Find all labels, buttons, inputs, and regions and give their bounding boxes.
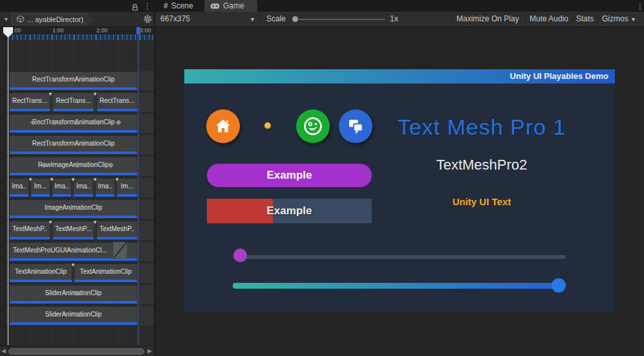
clip-marker-icon: ▼: [92, 219, 98, 225]
clip-marker-icon: ▼: [70, 177, 76, 183]
scroll-right-icon[interactable]: ▶: [147, 348, 152, 354]
tab-game[interactable]: Game: [204, 0, 257, 12]
unity-editor: ⋮ ▾ ... ayableDirector) # Scene Game ⋮ 6…: [0, 0, 644, 356]
timeline-clip[interactable]: Im...: [116, 178, 138, 197]
track-row[interactable]: ImageAnimationClip: [6, 199, 154, 219]
keyframe-icon: ◆: [108, 161, 113, 169]
example-button-mixed[interactable]: Example: [207, 199, 372, 223]
breadcrumb[interactable]: ... ayableDirector): [12, 14, 93, 25]
timeline-clip[interactable]: Ima..: [73, 178, 94, 197]
keyframe-icon: ◆: [30, 118, 36, 126]
timeline-clip[interactable]: TextAnimationClip: [74, 263, 138, 283]
track-row[interactable]: RectTransformAnimationClip ◆ ◆ ◆ ◆ ◆: [6, 114, 154, 133]
timeline-clip[interactable]: Ima..: [9, 178, 29, 197]
timeline-clip[interactable]: Ima..: [95, 178, 115, 197]
clip-marker-icon: ▼: [48, 91, 53, 97]
stats-button[interactable]: Stats: [576, 12, 594, 27]
mute-audio-button[interactable]: Mute Audio: [530, 12, 568, 27]
divider: [572, 13, 573, 26]
timeline-clip[interactable]: TextAnimationClip: [9, 263, 72, 283]
tab-scene[interactable]: # Scene: [158, 0, 199, 12]
example-button-mixed-label: Example: [207, 199, 372, 223]
keyframe-icon: ◆: [96, 118, 101, 126]
game-menu-icon[interactable]: ⋮: [636, 1, 644, 12]
clip-marker-icon: ▼: [114, 177, 120, 183]
track-row[interactable]: SliderAnimationClip ◆: [6, 285, 154, 304]
resolution-caret-icon[interactable]: ▾: [251, 12, 254, 27]
divider: [525, 13, 526, 26]
ruler-tick-label: 1:00: [52, 27, 64, 34]
scene-grid-icon: #: [164, 0, 168, 12]
shrunken-icon-dot[interactable]: [264, 122, 271, 129]
chevron-down-icon[interactable]: ▾: [5, 16, 8, 23]
timeline-clip[interactable]: RectTrans...: [52, 93, 94, 112]
scroll-left-icon[interactable]: ◀: [1, 348, 6, 354]
demo-banner: Unity UI Playables Demo: [184, 69, 615, 83]
game-viewport: Unity UI Playables Demo: [155, 27, 644, 356]
track-row[interactable]: TextAnimationClip TextAnimationClip ▼: [6, 263, 154, 283]
timeline-clip[interactable]: RawImageAnimationClip: [9, 157, 138, 176]
ruler-tick-strip: [8, 34, 154, 40]
track-row[interactable]: TextMeshProUGUIAnimationCl...: [6, 242, 154, 261]
keyframe-icon: ◆: [74, 118, 79, 126]
keyframe-icon: ◆: [41, 161, 47, 169]
slider1-track[interactable]: [233, 255, 566, 259]
playhead-line: [8, 36, 8, 345]
cube-icon: [16, 15, 25, 23]
divider: [451, 13, 452, 26]
slider1-knob[interactable]: [233, 249, 247, 262]
clip-marker-icon: ▼: [92, 177, 98, 183]
timeline-scrollbar[interactable]: ◀ ▶: [0, 346, 154, 356]
track-row[interactable]: RawImageAnimationClip ◆ ◆ ◆: [6, 157, 154, 176]
timeline-clip[interactable]: SliderAnimationClip: [9, 306, 138, 326]
maximize-on-play-button[interactable]: Maximize On Play: [456, 12, 519, 27]
ruler-tick-label: 2:00: [96, 27, 108, 34]
divider: [260, 13, 261, 26]
resolution-dropdown[interactable]: 667x375: [160, 12, 190, 27]
gizmos-caret-icon[interactable]: ▾: [632, 12, 635, 27]
home-icon: [214, 117, 232, 135]
timeline-clip[interactable]: TextMeshP..: [96, 221, 138, 240]
track-row[interactable]: SliderAnimationClip: [6, 306, 154, 326]
timeline-header: ▾ ... ayableDirector): [0, 12, 154, 27]
clip-marker-icon: ▼: [92, 91, 98, 97]
track-row[interactable]: Ima.. Im... Ima.. Ima.. Ima.. Im... ▼ ▼ …: [6, 178, 154, 197]
tab-scene-label: Scene: [171, 0, 193, 12]
keyframe-icon: ◆: [74, 289, 79, 297]
smiley-button[interactable]: [296, 109, 330, 143]
timeline-clip[interactable]: RectTransformAnimationClip: [9, 71, 138, 91]
ruler-tick-label: 3:00: [140, 27, 151, 34]
timeline-clip[interactable]: ImageAnimationClip: [9, 199, 138, 219]
gamepad-icon: [210, 3, 220, 9]
slider2-knob[interactable]: [552, 278, 566, 293]
timeline-clip[interactable]: RectTransformAnimationClip: [9, 135, 138, 155]
timeline-end-marker[interactable]: [136, 27, 140, 34]
timeline-end-line: [138, 27, 138, 345]
timeline-clip[interactable]: TextMeshP..: [9, 221, 50, 240]
timeline-menu-icon[interactable]: ⋮: [144, 1, 151, 12]
gizmos-button[interactable]: Gizmos: [602, 12, 628, 27]
example-button-purple[interactable]: Example: [207, 164, 372, 187]
timeline-clip[interactable]: Ima..: [52, 178, 72, 197]
gear-icon[interactable]: [143, 14, 153, 27]
scrollbar-thumb[interactable]: [8, 348, 144, 355]
track-row[interactable]: TextMeshP.. TextMeshP... TextMeshP.. ▼ ▼: [6, 221, 154, 240]
scale-slider-knob[interactable]: [292, 16, 298, 22]
scale-slider-track[interactable]: [299, 19, 385, 20]
divider: [597, 13, 598, 26]
scale-value: 1x: [390, 12, 398, 27]
clip-marker-icon: ▼: [70, 262, 76, 268]
timeline-clip[interactable]: RectTrans...: [96, 93, 138, 112]
timeline-titlebar: ⋮: [0, 0, 154, 12]
textmeshpro2-label: TextMeshPro2: [352, 157, 611, 173]
track-row[interactable]: RectTransformAnimationClip: [6, 135, 154, 155]
track-row[interactable]: RectTrans... RectTrans... RectTrans... ▼…: [6, 93, 154, 112]
home-button[interactable]: [206, 109, 240, 143]
timeline-clip[interactable]: TextMeshP...: [52, 221, 94, 240]
keyframe-icon: ◆: [52, 118, 58, 126]
timeline-clip[interactable]: Im...: [30, 178, 50, 197]
keyframe-icon: ◆: [74, 161, 80, 169]
track-row[interactable]: RectTransformAnimationClip: [6, 71, 154, 91]
timeline-clip[interactable]: RectTrans...: [9, 93, 50, 112]
slider2-track[interactable]: [233, 283, 566, 289]
